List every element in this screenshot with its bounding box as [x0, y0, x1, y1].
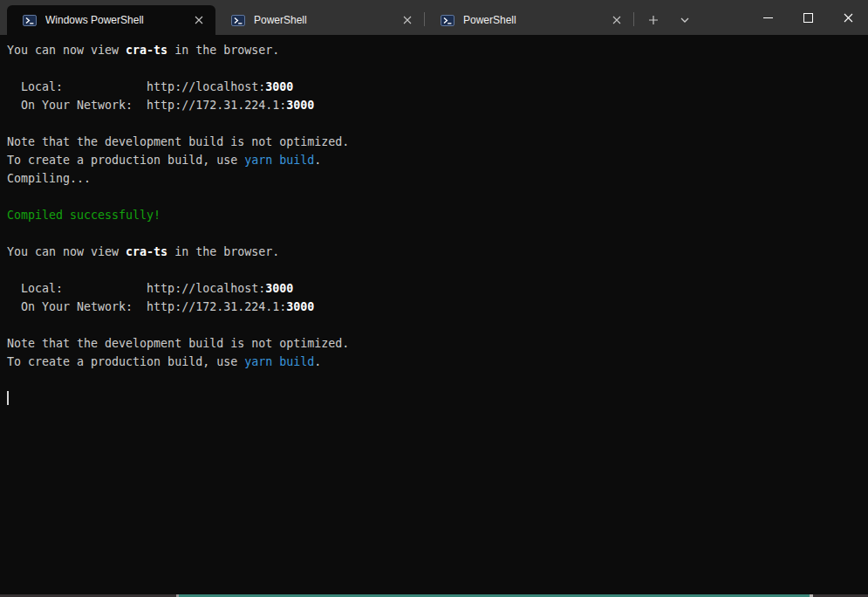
- tab-divider: [633, 12, 634, 26]
- tab-close-button[interactable]: [191, 12, 207, 28]
- terminal-text: cra-ts: [126, 245, 167, 258]
- window-controls: [748, 0, 868, 35]
- terminal-text: Compiling...: [7, 172, 91, 185]
- terminal-line: Note that the development build is not o…: [7, 133, 868, 151]
- close-icon: [612, 16, 621, 24]
- terminal-text: Note that the development build is not o…: [7, 337, 349, 350]
- chevron-down-icon: [680, 17, 690, 24]
- terminal-text: You can now view: [7, 245, 126, 258]
- terminal-line: [7, 224, 868, 243]
- terminal-window: { "window": { "title": "Windows PowerShe…: [0, 0, 868, 597]
- tab[interactable]: PowerShell: [215, 5, 424, 35]
- terminal-cursor: [7, 391, 9, 405]
- terminal-text: Note that the development build is not o…: [7, 135, 349, 148]
- terminal-line: Compiled successfully!: [7, 206, 868, 224]
- terminal-text: .: [314, 355, 321, 368]
- terminal-line: On Your Network: http://172.31.224.1:300…: [7, 96, 868, 114]
- terminal-line: [7, 389, 868, 408]
- plus-icon: [648, 15, 659, 25]
- new-tab-button[interactable]: [641, 5, 666, 35]
- terminal-line: To create a production build, use yarn b…: [7, 151, 868, 169]
- tab-dropdown-button[interactable]: [673, 5, 697, 35]
- terminal-line: Compiling...: [7, 169, 868, 188]
- terminal-line: To create a production build, use yarn b…: [7, 353, 868, 371]
- terminal-text: On Your Network: http://172.31.224.1:: [7, 99, 286, 112]
- terminal-text: yarn build: [244, 355, 314, 368]
- terminal-text: Local: http://localhost:: [7, 282, 265, 295]
- terminal-line: On Your Network: http://172.31.224.1:300…: [7, 298, 868, 316]
- terminal-line: [7, 261, 868, 279]
- terminal-line: [7, 371, 868, 389]
- terminal-text: Local: http://localhost:: [7, 80, 265, 93]
- terminal-line: You can now view cra-ts in the browser.: [7, 41, 868, 59]
- terminal-line: [7, 188, 868, 206]
- terminal-text: cra-ts: [126, 44, 167, 57]
- terminal-text: in the browser.: [167, 245, 279, 258]
- terminal-line: [7, 114, 868, 133]
- terminal-text: To create a production build, use: [7, 355, 244, 368]
- close-icon: [403, 16, 412, 24]
- terminal-text: yarn build: [244, 154, 314, 167]
- powershell-icon: [441, 15, 455, 26]
- terminal-text: On Your Network: http://172.31.224.1:: [7, 300, 286, 313]
- terminal-text: in the browser.: [167, 44, 279, 57]
- tab-title: Windows PowerShell: [45, 14, 191, 26]
- terminal-text: 3000: [265, 80, 293, 93]
- terminal-line: [7, 59, 868, 78]
- terminal-text: 3000: [286, 300, 314, 313]
- maximize-icon: [803, 13, 813, 23]
- terminal-text: Compiled successfully!: [7, 209, 161, 222]
- tab[interactable]: PowerShell: [425, 5, 633, 35]
- terminal-line: Local: http://localhost:3000: [7, 279, 868, 298]
- terminal-line: You can now view cra-ts in the browser.: [7, 243, 868, 261]
- terminal-text: .: [314, 154, 321, 167]
- titlebar: Windows PowerShell PowerShell PowerShell: [0, 0, 868, 35]
- minimize-icon: [763, 17, 773, 18]
- terminal-line: Note that the development build is not o…: [7, 334, 868, 353]
- close-window-button[interactable]: [828, 0, 868, 35]
- terminal-text: To create a production build, use: [7, 154, 244, 167]
- close-icon: [195, 16, 203, 24]
- terminal-screen[interactable]: You can now view cra-ts in the browser. …: [0, 35, 868, 594]
- terminal-line: [7, 316, 868, 334]
- terminal-text: You can now view: [7, 44, 126, 57]
- tab-close-button[interactable]: [400, 12, 415, 28]
- minimize-button[interactable]: [748, 0, 788, 35]
- close-window-icon: [844, 13, 853, 23]
- terminal-text: 3000: [265, 282, 293, 295]
- titlebar-drag-region: [697, 0, 748, 35]
- terminal-text: 3000: [286, 99, 314, 112]
- tab-close-button[interactable]: [609, 12, 625, 28]
- powershell-icon: [231, 15, 245, 26]
- tab-title: PowerShell: [254, 14, 400, 26]
- powershell-icon: [23, 15, 37, 26]
- tab-strip: Windows PowerShell PowerShell PowerShell: [0, 0, 634, 35]
- maximize-button[interactable]: [788, 0, 828, 35]
- tab-active[interactable]: Windows PowerShell: [7, 5, 215, 35]
- tab-title: PowerShell: [463, 14, 609, 26]
- terminal-line: Local: http://localhost:3000: [7, 78, 868, 96]
